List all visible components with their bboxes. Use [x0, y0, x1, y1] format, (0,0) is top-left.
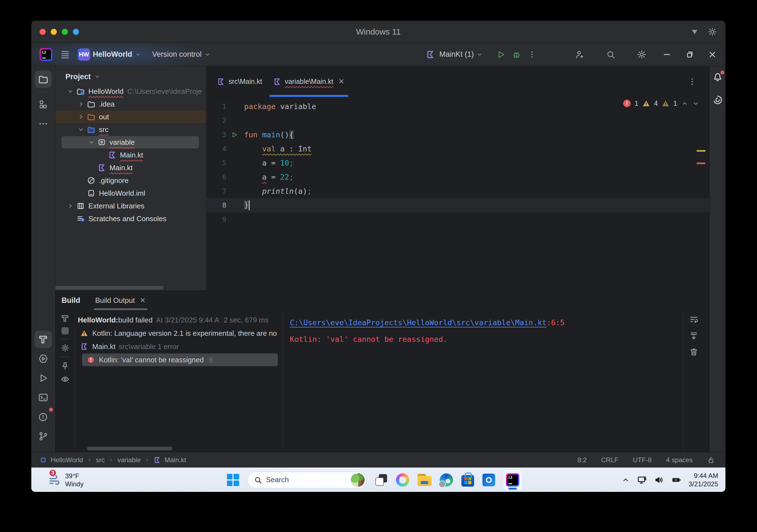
build-tree-row[interactable]: HelloWorld: build failedAt 3/21/2025 9:4…	[75, 313, 282, 327]
breadcrumb-item[interactable]: src	[96, 456, 105, 464]
scroll-to-end-icon[interactable]	[689, 331, 699, 341]
stop-icon[interactable]	[62, 327, 69, 334]
project-tool-button[interactable]	[35, 70, 52, 88]
weather-widget[interactable]: 3 39°F Windy	[48, 472, 84, 488]
build-header: Build Build Output ✕	[55, 291, 709, 310]
project-tree-item[interactable]: HelloWorld.iml	[55, 187, 206, 200]
vcs-widget[interactable]: Version control	[152, 50, 211, 59]
pin-icon[interactable]	[61, 361, 70, 370]
close-tab-icon[interactable]: ✕	[140, 296, 146, 304]
terminal-tool-button[interactable]	[35, 389, 52, 406]
caret-position[interactable]: 8:2	[577, 456, 587, 464]
project-switcher[interactable]: HW HelloWorld	[78, 48, 141, 61]
breadcrumb-item[interactable]: Main.kt	[165, 456, 186, 464]
line-separator[interactable]: CRLF	[601, 456, 619, 464]
intellij-taskbar-icon[interactable]	[503, 470, 522, 490]
build-toolbar	[55, 310, 75, 452]
previous-problem-icon[interactable]	[681, 100, 688, 107]
build-tree-row[interactable]: Kotlin: Language version 2.1 is experime…	[75, 327, 282, 340]
more-actions-button[interactable]	[527, 49, 537, 60]
weather-badge: 3	[49, 469, 56, 477]
indent-style[interactable]: 4 spaces	[666, 456, 693, 464]
main-menu-button[interactable]	[60, 49, 71, 60]
tab-options-icon[interactable]	[688, 77, 697, 86]
chevron-down-icon[interactable]	[94, 74, 100, 80]
more-tool-windows-button[interactable]	[35, 115, 52, 132]
problems-tool-button[interactable]	[35, 408, 52, 425]
build-tree-scrollbar[interactable]	[87, 447, 172, 450]
run-button[interactable]	[496, 49, 506, 60]
chevron-slot	[76, 188, 86, 198]
rebuild-icon[interactable]	[61, 314, 70, 323]
microsoft-store-icon[interactable]	[461, 475, 474, 487]
project-tree-item[interactable]: src	[55, 123, 206, 136]
project-tree-item[interactable]: External Libraries	[55, 200, 206, 212]
taskbar-clock[interactable]: 9:44 AM 3/21/2025	[688, 472, 718, 488]
build-tool-button[interactable]	[35, 331, 52, 348]
battery-icon[interactable]	[671, 475, 681, 485]
editor-tab[interactable]: variable\Main.kt✕	[268, 66, 350, 97]
code-with-me-button[interactable]	[574, 49, 585, 60]
debug-button[interactable]	[511, 49, 522, 60]
parallels-settings-icon[interactable]	[708, 27, 717, 37]
chevron-right-icon	[77, 113, 84, 121]
window-restore-button[interactable]	[685, 50, 694, 59]
breadcrumb-item[interactable]: variable	[117, 456, 141, 464]
project-tree-item[interactable]: Scratches and Consoles	[55, 212, 206, 225]
project-horizontal-scrollbar[interactable]	[55, 286, 164, 290]
view-options-icon[interactable]	[61, 375, 70, 384]
code-text: fun main(){	[242, 130, 294, 139]
taskbar-search[interactable]: Search	[247, 472, 367, 488]
project-tree-item[interactable]: Main.kt	[55, 161, 206, 174]
run-line-icon[interactable]	[231, 131, 238, 138]
copilot-icon[interactable]	[396, 473, 409, 487]
services-tool-button[interactable]	[35, 350, 52, 367]
window-close-button[interactable]	[708, 50, 717, 59]
search-everywhere-button[interactable]	[605, 49, 616, 60]
close-tab-icon: ✕	[338, 77, 345, 86]
readonly-lock-icon[interactable]	[707, 456, 715, 464]
clear-all-icon[interactable]	[689, 347, 699, 356]
inspections-widget[interactable]: ! 1 4 1	[623, 99, 699, 107]
build-tree-row[interactable]: Kotlin: 'val' cannot be reassigned:6	[75, 353, 282, 367]
parallels-dropdown-icon[interactable]	[690, 27, 699, 37]
volume-icon[interactable]	[654, 475, 664, 485]
scrollbar-warning-mark[interactable]	[697, 150, 706, 152]
run-configuration-selector[interactable]: MainKt (1)	[439, 50, 483, 59]
network-icon[interactable]	[637, 475, 647, 485]
build-settings-icon[interactable]	[61, 344, 70, 352]
file-explorer-icon[interactable]	[417, 474, 432, 486]
settings-button[interactable]	[636, 49, 647, 60]
project-tree-item[interactable]: out	[55, 110, 206, 123]
scrollbar-error-mark[interactable]	[697, 162, 706, 164]
next-problem-icon[interactable]	[692, 100, 699, 107]
structure-tool-button[interactable]	[35, 96, 52, 113]
window-minimize-button[interactable]	[662, 50, 672, 59]
console-file-link[interactable]: C:\Users\eve\IdeaProjects\HelloWorld\src…	[290, 318, 547, 327]
project-tree-item[interactable]: variable	[55, 136, 206, 149]
edge-browser-icon[interactable]	[440, 473, 453, 487]
breadcrumb-item[interactable]: HelloWorld	[51, 456, 83, 464]
file-encoding[interactable]: UTF-8	[633, 456, 652, 464]
scratches-icon	[76, 214, 86, 223]
error-count: 1	[635, 99, 638, 107]
ai-assistant-icon[interactable]	[712, 95, 723, 105]
tray-chevron-icon[interactable]	[621, 476, 630, 484]
project-tree-item[interactable]: HelloWorldC:\Users\eve\IdeaProje	[55, 85, 206, 98]
project-tree-item[interactable]: .idea	[55, 98, 206, 110]
project-tree-item[interactable]: .gitignore	[55, 174, 206, 187]
build-row-meta: At 3/21/2025 9:44 A	[156, 316, 219, 324]
build-output-tab[interactable]: Build Output ✕	[94, 291, 147, 310]
start-button[interactable]	[227, 474, 239, 486]
project-tree-item[interactable]: Main.kt	[55, 149, 206, 161]
code-editor-area[interactable]: 1package variable23fun main(){4 val a : …	[206, 97, 709, 290]
task-view-button[interactable]	[375, 474, 388, 486]
project-view-title[interactable]: Project	[65, 72, 91, 81]
code-segment: ;	[289, 158, 294, 167]
outlook-icon[interactable]: O	[482, 474, 495, 486]
soft-wrap-icon[interactable]	[689, 315, 699, 324]
editor-tab[interactable]: src\Main.kt	[211, 66, 268, 97]
build-tree-row[interactable]: Main.ktsrc\variable 1 error	[75, 340, 282, 353]
git-tool-button[interactable]	[35, 428, 52, 445]
run-tool-button[interactable]	[35, 370, 52, 387]
